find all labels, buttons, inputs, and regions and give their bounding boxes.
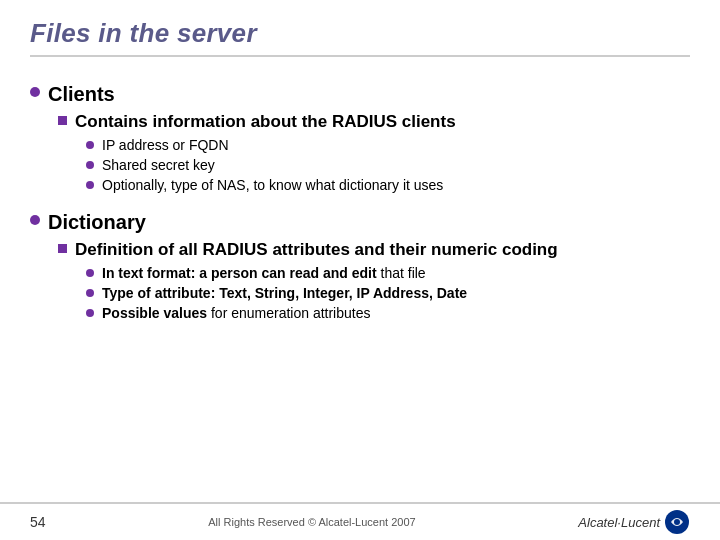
footer-page-number: 54	[30, 514, 46, 530]
level3-type-label: Type of attribute: Text, String, Integer…	[102, 285, 467, 301]
bullet-type-attribute	[86, 289, 94, 297]
section-clients: Clients Contains information about the R…	[30, 83, 690, 193]
level3-ip-address: IP address or FQDN	[86, 137, 690, 153]
level1-dictionary: Dictionary	[30, 211, 690, 234]
level3-possible-label: Possible values for enumeration attribut…	[102, 305, 370, 321]
bullet-ip	[86, 141, 94, 149]
level3-shared-secret: Shared secret key	[86, 157, 690, 173]
level1-clients-label: Clients	[48, 83, 115, 106]
bold-possible-values: Possible values	[102, 305, 207, 321]
slide-content: Clients Contains information about the R…	[0, 67, 720, 502]
level3-text-format-label: In text format: a person can read and ed…	[102, 265, 426, 281]
alcatel-lucent-icon	[664, 509, 690, 535]
level3-text-format: In text format: a person can read and ed…	[86, 265, 690, 281]
level3-shared-label: Shared secret key	[102, 157, 215, 173]
bullet-dictionary-sub	[58, 244, 67, 253]
level2-dictionary-label: Definition of all RADIUS attributes and …	[75, 240, 558, 260]
footer-copyright: All Rights Reserved © Alcatel-Lucent 200…	[208, 516, 415, 528]
svg-point-1	[674, 519, 680, 525]
level3-optionally: Optionally, type of NAS, to know what di…	[86, 177, 690, 193]
level1-clients: Clients	[30, 83, 690, 106]
slide-title: Files in the server	[30, 18, 690, 49]
bold-type-of-attribute: Type of attribute: Text, String, Integer…	[102, 285, 467, 301]
bullet-optionally	[86, 181, 94, 189]
level3-type-attribute: Type of attribute: Text, String, Integer…	[86, 285, 690, 301]
slide-header: Files in the server	[0, 0, 720, 67]
footer-logo: Alcatel·Lucent	[578, 509, 690, 535]
level1-dictionary-label: Dictionary	[48, 211, 146, 234]
slide-footer: 54 All Rights Reserved © Alcatel-Lucent …	[0, 502, 720, 540]
bullet-clients-sub	[58, 116, 67, 125]
bullet-possible-values	[86, 309, 94, 317]
level2-clients-label: Contains information about the RADIUS cl…	[75, 112, 456, 132]
level3-optionally-label: Optionally, type of NAS, to know what di…	[102, 177, 443, 193]
slide: Files in the server Clients Contains inf…	[0, 0, 720, 540]
bold-in-text-format: In text format: a person can read and ed…	[102, 265, 377, 281]
section-dictionary: Dictionary Definition of all RADIUS attr…	[30, 211, 690, 321]
bullet-dictionary	[30, 215, 40, 225]
level2-dictionary-item1: Definition of all RADIUS attributes and …	[58, 240, 690, 260]
bullet-text-format	[86, 269, 94, 277]
bullet-shared	[86, 161, 94, 169]
header-divider	[30, 55, 690, 57]
footer-logo-text: Alcatel·Lucent	[578, 515, 660, 530]
level3-possible-values: Possible values for enumeration attribut…	[86, 305, 690, 321]
level2-clients-item1: Contains information about the RADIUS cl…	[58, 112, 690, 132]
level3-ip-label: IP address or FQDN	[102, 137, 229, 153]
bullet-clients	[30, 87, 40, 97]
